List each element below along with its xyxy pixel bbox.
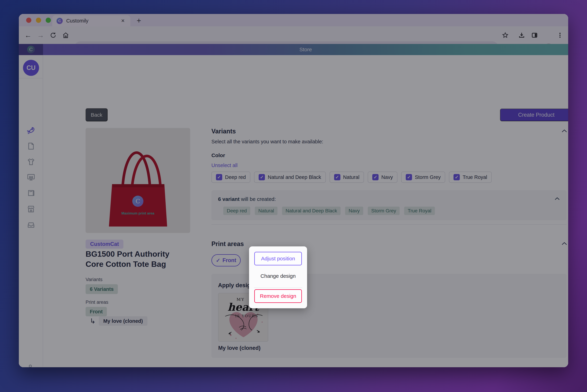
remove-design-button[interactable]: Remove design <box>254 289 302 303</box>
context-menu-divider <box>254 288 302 288</box>
modal-dim-overlay[interactable] <box>19 14 568 367</box>
change-design-menu-item[interactable]: Change design <box>249 271 307 281</box>
desktop-background: C Customily ✕ + ← → <box>0 0 587 392</box>
browser-window: C Customily ✕ + ← → <box>19 14 568 367</box>
design-context-menu: Adjust position Change design Remove des… <box>249 246 307 308</box>
adjust-position-button[interactable]: Adjust position <box>254 252 302 266</box>
